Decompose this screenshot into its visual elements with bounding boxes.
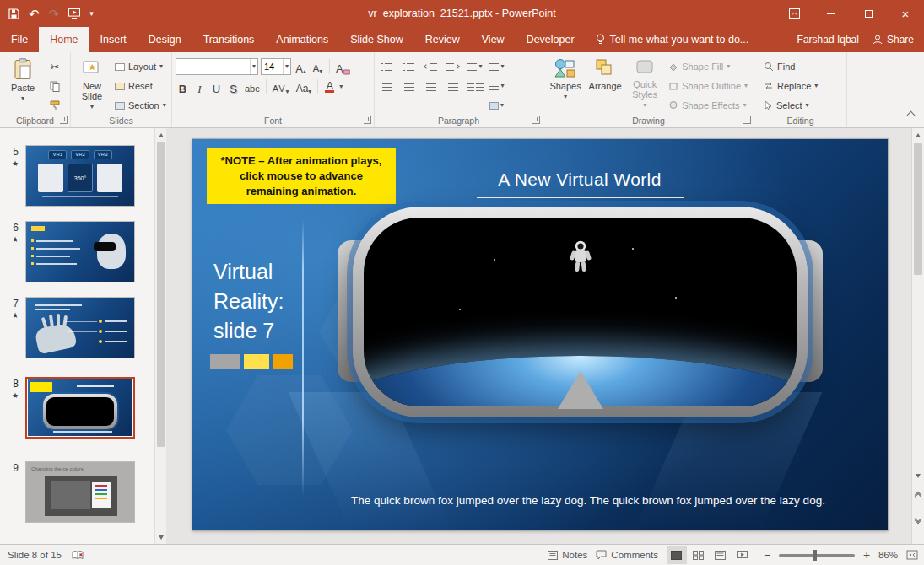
shapes-button[interactable]: Shapes ▾ xyxy=(547,56,584,114)
scroll-up-arrow[interactable] xyxy=(912,128,924,142)
shape-fill-button[interactable]: Shape Fill▾ xyxy=(666,58,750,76)
scrollbar-thumb[interactable] xyxy=(157,142,165,447)
tab-animations[interactable]: Animations xyxy=(265,27,339,52)
slide-thumbnail-8-selected[interactable] xyxy=(25,377,135,439)
increase-indent-button[interactable] xyxy=(444,58,462,75)
slide-body-text[interactable]: Virtual Reality: slide 7 xyxy=(213,257,284,346)
columns-button[interactable] xyxy=(466,78,484,95)
ribbon-display-options-button[interactable] xyxy=(775,0,813,27)
scroll-down-arrow[interactable] xyxy=(912,469,924,482)
slide-thumbnail-5[interactable]: VR1 VR2 VR3 360° xyxy=(25,145,135,207)
copy-button[interactable] xyxy=(45,78,65,94)
animation-note-box[interactable]: *NOTE – After animation plays, click mou… xyxy=(207,148,396,204)
close-button[interactable]: × xyxy=(887,0,924,27)
zoom-out-button[interactable]: − xyxy=(761,549,773,561)
zoom-slider[interactable] xyxy=(779,554,855,557)
character-spacing-button[interactable]: AV▾ xyxy=(271,78,292,95)
font-name-input[interactable] xyxy=(176,59,250,74)
numbering-button[interactable] xyxy=(400,58,418,75)
zoom-slider-thumb[interactable] xyxy=(813,550,817,561)
section-button[interactable]: Section▾ xyxy=(112,97,169,114)
clear-formatting-button[interactable]: A xyxy=(334,58,352,75)
tab-slide-show[interactable]: Slide Show xyxy=(339,27,414,52)
paragraph-dialog-launcher[interactable] xyxy=(532,116,540,124)
customize-qat-icon[interactable]: ▾ xyxy=(89,10,94,18)
italic-button[interactable]: I xyxy=(192,78,207,95)
bullets-button[interactable] xyxy=(378,58,396,75)
tab-home[interactable]: Home xyxy=(39,27,89,52)
account-name[interactable]: Farshad Iqbal xyxy=(797,34,859,46)
fit-slide-to-window-icon[interactable] xyxy=(906,550,918,560)
reset-button[interactable]: Reset xyxy=(112,78,169,94)
slide-show-view-button[interactable] xyxy=(732,546,753,564)
drawing-dialog-launcher[interactable] xyxy=(743,116,751,124)
shape-outline-button[interactable]: Shape Outline▾ xyxy=(666,78,750,95)
vr-headset-graphic[interactable] xyxy=(338,207,823,417)
reading-view-button[interactable] xyxy=(711,546,731,564)
undo-icon[interactable]: ↶ xyxy=(29,8,40,20)
zoom-percentage[interactable]: 86% xyxy=(878,550,898,560)
font-color-button[interactable]: A xyxy=(322,78,337,95)
scroll-up-arrow[interactable] xyxy=(155,128,166,142)
cut-button[interactable]: ✂ xyxy=(45,58,65,75)
tab-view[interactable]: View xyxy=(471,27,516,52)
paste-button[interactable]: Paste ▾ xyxy=(3,56,42,114)
line-spacing-button[interactable]: ▾ xyxy=(466,58,484,75)
tab-file[interactable]: File xyxy=(0,27,39,52)
normal-view-button[interactable] xyxy=(667,546,687,564)
minimize-button[interactable] xyxy=(813,0,850,27)
comments-button[interactable]: Comments xyxy=(596,550,658,560)
color-swatches[interactable] xyxy=(210,354,293,369)
thumbnail-scrollbar[interactable] xyxy=(154,128,166,544)
font-dialog-launcher[interactable] xyxy=(364,116,371,124)
tab-review[interactable]: Review xyxy=(414,27,471,52)
font-name-combobox[interactable]: ▾ xyxy=(176,58,258,75)
tab-transitions[interactable]: Transitions xyxy=(192,27,266,52)
align-center-button[interactable] xyxy=(400,78,418,95)
arrange-button[interactable]: Arrange xyxy=(586,56,624,114)
font-size-combobox[interactable]: ▾ xyxy=(261,58,291,75)
align-right-button[interactable] xyxy=(422,78,440,95)
slide-title[interactable]: A New Virtual World xyxy=(411,170,748,190)
slide-canvas[interactable]: *NOTE – After animation plays, click mou… xyxy=(192,139,888,530)
slide-sorter-view-button[interactable] xyxy=(689,546,709,564)
decrease-indent-button[interactable] xyxy=(422,58,440,75)
shrink-font-button[interactable]: A▾ xyxy=(311,58,325,75)
select-button[interactable]: Select▾ xyxy=(761,96,820,114)
tab-developer[interactable]: Developer xyxy=(516,27,586,52)
scroll-down-arrow[interactable] xyxy=(155,530,166,544)
slide-counter[interactable]: Slide 8 of 15 xyxy=(8,550,62,560)
grow-font-button[interactable]: A▾ xyxy=(294,58,308,75)
font-size-input[interactable] xyxy=(262,59,283,74)
new-slide-button[interactable]: New Slide ▾ xyxy=(74,56,110,114)
bold-button[interactable]: B xyxy=(176,78,190,95)
tab-insert[interactable]: Insert xyxy=(89,27,138,52)
convert-smartart-button[interactable]: ▾ xyxy=(488,97,505,114)
replace-button[interactable]: Replace▾ xyxy=(761,78,820,95)
tab-design[interactable]: Design xyxy=(138,27,192,52)
quick-styles-button[interactable]: Quick Styles ▾ xyxy=(626,56,663,114)
tell-me-box[interactable]: Tell me what you want to do... xyxy=(586,27,759,52)
strikethrough-button[interactable]: abc xyxy=(243,78,262,95)
save-icon[interactable] xyxy=(8,8,19,19)
notes-button[interactable]: Notes xyxy=(548,550,587,560)
share-button[interactable]: Share xyxy=(873,34,914,46)
slide-thumbnail-6[interactable] xyxy=(25,221,135,282)
justify-button[interactable] xyxy=(444,78,462,95)
format-painter-button[interactable] xyxy=(45,97,65,114)
collapse-ribbon-button[interactable] xyxy=(908,109,914,121)
change-case-button[interactable]: Aa▾ xyxy=(294,78,314,95)
align-text-button[interactable]: ▾ xyxy=(488,78,505,94)
slide-footer-text[interactable]: The quick brown fox jumped over the lazy… xyxy=(289,494,888,507)
zoom-in-button[interactable]: + xyxy=(861,549,873,561)
find-button[interactable]: Find xyxy=(761,58,820,76)
start-slideshow-icon[interactable] xyxy=(68,8,80,19)
previous-slide-button[interactable] xyxy=(912,486,924,506)
underline-button[interactable]: U xyxy=(209,78,224,95)
slide-thumbnail-9[interactable]: Changing theme colors xyxy=(25,461,135,523)
maximize-button[interactable] xyxy=(850,0,887,27)
text-shadow-button[interactable]: S xyxy=(226,78,240,95)
next-slide-button[interactable] xyxy=(912,509,924,530)
slide-thumbnail-7[interactable] xyxy=(25,297,135,358)
align-left-button[interactable] xyxy=(378,78,396,95)
